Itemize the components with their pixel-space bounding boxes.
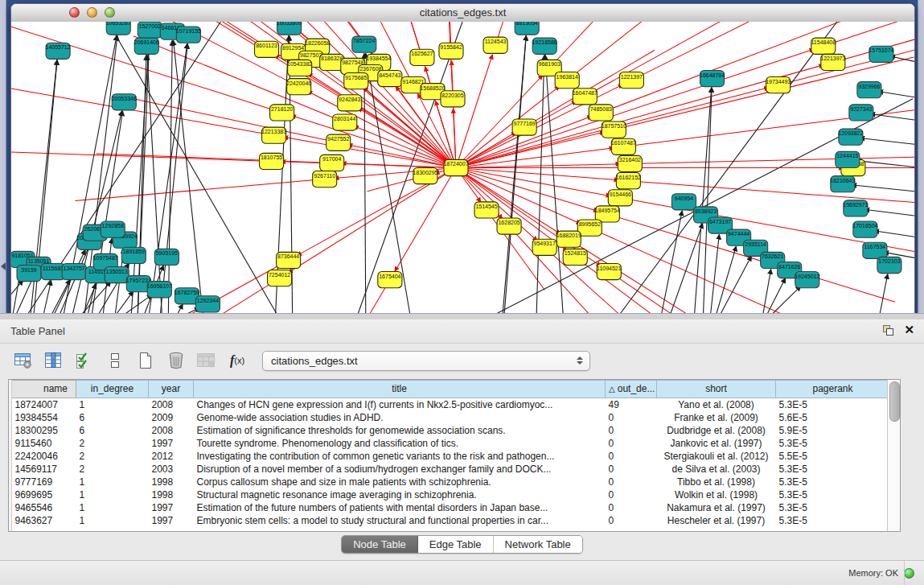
graph-node[interactable]: 5905195 bbox=[154, 249, 179, 265]
graph-node[interactable]: 7857224 bbox=[352, 36, 376, 52]
graph-node[interactable]: 9267110 bbox=[313, 171, 337, 187]
graph-node[interactable]: 3216402 bbox=[618, 155, 642, 171]
graph-node[interactable]: 39159 bbox=[17, 265, 41, 281]
graph-node[interactable]: 940954 bbox=[671, 194, 696, 210]
graph-node[interactable]: 16162152 bbox=[616, 173, 641, 189]
graph-node[interactable]: 10719155 bbox=[176, 27, 201, 43]
graph-node[interactable]: 1891859 bbox=[121, 247, 146, 263]
graph-node[interactable]: 22420046 bbox=[286, 79, 311, 95]
graph-node[interactable]: 18300295 bbox=[413, 167, 437, 183]
graph-node[interactable]: 9427552 bbox=[326, 134, 351, 150]
graph-node[interactable]: 1625627 bbox=[410, 49, 434, 65]
graph-node[interactable]: 16047487 bbox=[573, 89, 598, 105]
graph-node[interactable]: 1342757 bbox=[62, 263, 86, 279]
graph-node[interactable]: 14055712 bbox=[46, 43, 71, 59]
table-selector-dropdown[interactable]: citations_edges.txt bbox=[262, 351, 590, 371]
float-panel-icon[interactable] bbox=[882, 324, 894, 336]
column-header-year[interactable]: year bbox=[149, 381, 194, 398]
graph-node[interactable]: 1628205 bbox=[497, 218, 521, 234]
table-row[interactable]: 2242004622012Investigating the contribut… bbox=[12, 450, 890, 463]
show-columns-icon[interactable] bbox=[43, 350, 64, 371]
graph-node[interactable]: 1524815 bbox=[563, 249, 587, 265]
graph-node[interactable]: 12213973 bbox=[820, 54, 845, 70]
scrollbar-thumb[interactable] bbox=[889, 381, 900, 422]
graph-node[interactable]: 9175685 bbox=[344, 73, 368, 89]
graph-node[interactable]: 15692971 bbox=[843, 200, 868, 216]
column-header-short[interactable]: short bbox=[657, 381, 776, 398]
table-row[interactable]: 911546021997Tourette syndrome. Phenomeno… bbox=[12, 437, 890, 450]
table-row[interactable]: 1938455462009Genome-wide association stu… bbox=[12, 411, 890, 424]
graph-node[interactable]: 8736444 bbox=[277, 252, 301, 268]
column-header-in-degree[interactable]: in_degree bbox=[76, 381, 149, 398]
graph-node[interactable]: 19245012 bbox=[795, 272, 819, 288]
graph-node[interactable]: 16882019 bbox=[556, 231, 581, 247]
table-row[interactable]: 1872400712008Changes of HCN gene express… bbox=[12, 398, 890, 412]
graph-node[interactable]: 2718120 bbox=[270, 105, 294, 121]
graph-node[interactable]: 1675404 bbox=[378, 272, 402, 288]
network-canvas[interactable]: 1872400786011238912954182260589827503105… bbox=[11, 22, 914, 315]
graph-node[interactable]: 1810755 bbox=[260, 153, 284, 169]
function-builder-icon[interactable]: f(x) bbox=[227, 350, 248, 371]
table-row[interactable]: 946362711997Embryonic stem cells: a mode… bbox=[12, 514, 890, 527]
network-frame-titlebar[interactable]: citations_edges.txt bbox=[11, 4, 914, 23]
tab-network-table[interactable]: Network Table bbox=[494, 536, 582, 553]
graph-node[interactable]: 9242843 bbox=[338, 95, 362, 111]
graph-node[interactable]: 1963814 bbox=[555, 72, 579, 89]
table-row[interactable]: 969969511998Structural magnetic resonanc… bbox=[12, 488, 890, 501]
graph-node[interactable]: 9154466 bbox=[608, 190, 632, 206]
delete-column-icon[interactable] bbox=[166, 350, 187, 371]
graph-node[interactable]: 1292344 bbox=[195, 296, 220, 312]
create-column-icon[interactable] bbox=[135, 350, 156, 371]
graph-node[interactable]: 20691406 bbox=[134, 38, 159, 54]
graph-node[interactable]: 2803144 bbox=[333, 114, 357, 130]
collapse-left-arrow-icon[interactable] bbox=[1, 262, 6, 270]
graph-node[interactable]: 16958107 bbox=[147, 282, 172, 298]
graph-node[interactable]: 11548408 bbox=[811, 38, 836, 54]
graph-node[interactable]: 15751074 bbox=[869, 46, 893, 62]
graph-node[interactable]: 1167534 bbox=[863, 242, 887, 258]
left-panel-divider[interactable] bbox=[0, 0, 6, 314]
graph-node[interactable]: 9155842 bbox=[439, 43, 463, 59]
right-panel-divider[interactable] bbox=[918, 0, 924, 314]
graph-node[interactable]: 1244415 bbox=[836, 151, 860, 167]
graph-node[interactable]: 9777169 bbox=[512, 119, 536, 135]
graph-node[interactable]: 1527002 bbox=[138, 22, 162, 38]
graph-node[interactable]: 16107487 bbox=[611, 138, 636, 154]
graph-node[interactable]: 18757510 bbox=[602, 122, 626, 138]
graph-node[interactable]: 20053346 bbox=[112, 94, 137, 110]
graph-node[interactable]: 7485083 bbox=[589, 105, 613, 121]
graph-node[interactable]: 1221397 bbox=[619, 72, 643, 89]
graph-node[interactable]: 10543382 bbox=[287, 60, 312, 76]
graph-node[interactable]: 11094521 bbox=[597, 263, 622, 279]
graph-node[interactable]: 18724007 bbox=[443, 159, 468, 175]
tab-node-table[interactable]: Node Table bbox=[342, 536, 418, 553]
network-graph[interactable]: 1872400786011238912954182260589827503105… bbox=[11, 22, 914, 315]
column-header-pagerank[interactable]: pagerank bbox=[776, 381, 890, 398]
graph-node[interactable]: 8601123 bbox=[255, 41, 279, 57]
table-row[interactable]: 946554611997Estimation of the future num… bbox=[12, 501, 890, 514]
graph-node[interactable]: 10653287 bbox=[106, 22, 131, 35]
table-vertical-scrollbar[interactable] bbox=[887, 380, 900, 531]
graph-node[interactable]: 9329966 bbox=[857, 82, 881, 98]
column-header-title[interactable]: title bbox=[194, 381, 606, 398]
column-header-name[interactable]: name bbox=[12, 381, 76, 398]
graph-node[interactable]: 19734493 bbox=[766, 77, 791, 93]
graph-node[interactable]: 1292858 bbox=[101, 221, 125, 237]
graph-node[interactable]: 16648784 bbox=[700, 70, 725, 86]
graph-node[interactable]: 9227343 bbox=[849, 105, 873, 121]
graph-node[interactable]: 1514545 bbox=[474, 202, 499, 218]
graph-node[interactable]: 17016504 bbox=[852, 221, 877, 237]
graph-node[interactable]: 7254012 bbox=[268, 270, 292, 286]
graph-node[interactable]: 1702103 bbox=[877, 257, 901, 273]
graph-node[interactable]: 19218586 bbox=[532, 38, 557, 54]
row-height-icon[interactable] bbox=[105, 350, 125, 371]
graph-node[interactable]: 9549317 bbox=[532, 239, 556, 255]
table-settings-icon[interactable] bbox=[13, 350, 34, 371]
graph-node[interactable]: 917004 bbox=[320, 154, 344, 171]
graph-node[interactable]: 12093822 bbox=[838, 129, 863, 145]
table-row[interactable]: 977716911998Corpus callosum shape and si… bbox=[12, 476, 890, 488]
column-header-out-de-[interactable]: △out_de... bbox=[606, 381, 657, 398]
graph-node[interactable]: 8454743 bbox=[378, 70, 402, 86]
table-row[interactable]: 1830029562008Estimation of significance … bbox=[12, 424, 890, 437]
graph-node[interactable]: 1124543 bbox=[483, 37, 507, 53]
